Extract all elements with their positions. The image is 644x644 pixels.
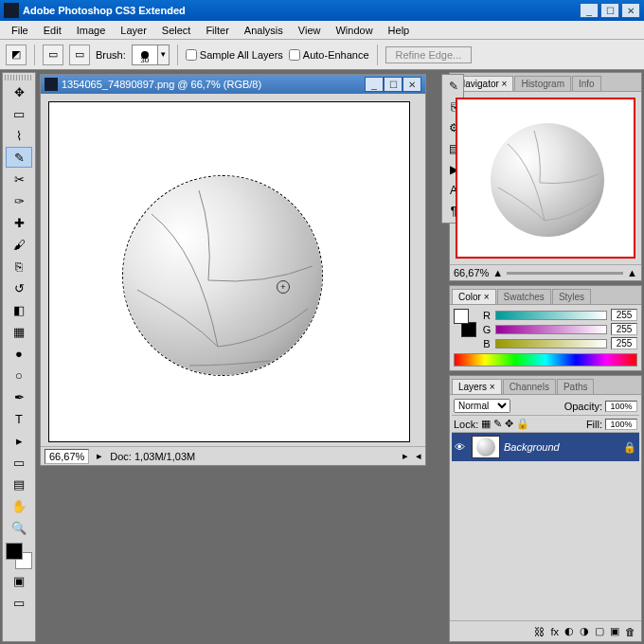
lock-all-icon[interactable]: 🔒 <box>516 418 529 430</box>
tool-dodge[interactable]: ○ <box>6 365 32 385</box>
tab-histogram[interactable]: Histogram <box>514 76 571 91</box>
tab-channels[interactable]: Channels <box>503 379 556 394</box>
auto-enhance-checkbox[interactable]: Auto-Enhance <box>289 49 369 61</box>
channel-label: R <box>482 310 492 321</box>
zoom-field[interactable]: 66,67% <box>45 449 89 464</box>
app-icon <box>4 3 19 18</box>
mask-icon[interactable]: ◐ <box>564 625 574 637</box>
selection-add-icon[interactable]: ▭ <box>69 45 90 65</box>
nav-zoom[interactable]: 66,67% <box>454 267 489 278</box>
tool-blur[interactable]: ● <box>6 343 32 364</box>
tool-move[interactable]: ✥ <box>6 81 32 102</box>
quick-mask-icon[interactable]: ▣ <box>6 570 32 591</box>
layer-name[interactable]: Background <box>504 441 560 453</box>
blend-mode-select[interactable]: Normal <box>454 399 510 413</box>
tab-info[interactable]: Info <box>572 76 601 91</box>
layers-panel: Layers × Channels Paths Normal Opacity: … <box>449 375 642 642</box>
brush-preview[interactable]: 30 <box>132 45 158 65</box>
foreground-color[interactable] <box>6 543 23 560</box>
close-button[interactable]: ✕ <box>621 3 640 18</box>
tool-stamp[interactable]: ⎘ <box>6 256 32 277</box>
tool-crop[interactable]: ✂ <box>6 169 32 189</box>
screen-mode-icon[interactable]: ▭ <box>6 592 32 613</box>
tool-shape[interactable]: ▭ <box>6 452 32 473</box>
tool-path-select[interactable]: ▸ <box>6 430 32 451</box>
layer-row[interactable]: 👁 Background 🔒 <box>452 433 639 461</box>
lock-transparent-icon[interactable]: ▦ <box>481 418 491 430</box>
tool-lasso[interactable]: ⌇ <box>6 125 32 146</box>
tool-eyedropper[interactable]: ✑ <box>6 190 32 211</box>
doc-minimize-button[interactable]: _ <box>365 77 384 92</box>
channel-slider-G[interactable] <box>495 325 607 334</box>
delete-icon[interactable]: 🗑 <box>625 626 635 637</box>
tool-zoom[interactable]: 🔍 <box>6 517 32 538</box>
refine-edge-button[interactable]: Refine Edge... <box>385 46 473 63</box>
menu-help[interactable]: Help <box>381 23 418 38</box>
zoom-out-icon[interactable]: ▲ <box>492 267 503 278</box>
tool-marquee[interactable]: ▭ <box>6 103 32 124</box>
maximize-button[interactable]: ☐ <box>600 3 619 18</box>
menu-analysis[interactable]: Analysis <box>237 23 291 38</box>
tool-history-brush[interactable]: ↺ <box>6 277 32 298</box>
channel-value-B[interactable]: 255 <box>611 337 637 349</box>
channel-slider-B[interactable] <box>495 339 607 349</box>
channel-value-G[interactable]: 255 <box>611 323 637 335</box>
menu-edit[interactable]: Edit <box>36 23 69 38</box>
menu-layer[interactable]: Layer <box>113 23 154 38</box>
brushes-dock-icon[interactable]: ✎ <box>444 77 463 96</box>
window-titlebar: Adobe Photoshop CS3 Extended _ ☐ ✕ <box>0 0 644 21</box>
tool-pen[interactable]: ✒ <box>6 386 32 407</box>
menu-image[interactable]: Image <box>69 23 114 38</box>
menu-window[interactable]: Window <box>328 23 380 38</box>
tool-type[interactable]: T <box>6 408 32 429</box>
fx-icon[interactable]: fx <box>550 626 559 637</box>
adjustment-icon[interactable]: ◑ <box>580 625 589 637</box>
visibility-icon[interactable]: 👁 <box>455 441 468 453</box>
menu-view[interactable]: View <box>291 23 329 38</box>
tab-styles[interactable]: Styles <box>552 289 591 304</box>
brush-picker-arrow[interactable]: ▼ <box>158 45 170 65</box>
tool-notes[interactable]: ▤ <box>6 474 32 494</box>
document-canvas[interactable]: + <box>48 101 410 442</box>
channel-slider-R[interactable] <box>495 311 607 320</box>
menu-file[interactable]: File <box>4 23 36 38</box>
tool-eraser[interactable]: ◧ <box>6 299 32 320</box>
lock-position-icon[interactable]: ✥ <box>505 418 513 430</box>
navigator-preview[interactable] <box>456 98 635 259</box>
minimize-button[interactable]: _ <box>580 3 599 18</box>
fill-field[interactable]: 100% <box>605 419 637 430</box>
quick-select-cursor: + <box>277 280 290 294</box>
color-spectrum[interactable] <box>454 353 637 367</box>
fg-bg-colors[interactable] <box>6 543 32 569</box>
zoom-in-icon[interactable]: ▲ <box>627 267 637 278</box>
tab-layers[interactable]: Layers × <box>452 379 502 394</box>
tab-paths[interactable]: Paths <box>557 379 595 394</box>
tool-healing[interactable]: ✚ <box>6 212 32 233</box>
window-title: Adobe Photoshop CS3 Extended <box>23 5 580 16</box>
lock-image-icon[interactable]: ✎ <box>493 418 502 430</box>
color-fg-bg[interactable] <box>454 309 476 337</box>
tool-brush[interactable]: 🖌 <box>6 234 32 255</box>
tool-hand[interactable]: ✋ <box>6 495 32 516</box>
document-titlebar[interactable]: 1354065_74890897.png @ 66,7% (RGB/8) _ ☐… <box>41 75 425 94</box>
layer-thumbnail[interactable] <box>472 436 500 458</box>
tab-swatches[interactable]: Swatches <box>497 289 551 304</box>
opacity-field[interactable]: 100% <box>605 401 637 412</box>
current-tool-icon[interactable]: ◩ <box>6 45 27 65</box>
group-icon[interactable]: ▢ <box>595 625 604 637</box>
document-window: 1354065_74890897.png @ 66,7% (RGB/8) _ ☐… <box>40 74 426 466</box>
doc-close-button[interactable]: ✕ <box>402 77 421 92</box>
tool-gradient[interactable]: ▦ <box>6 321 32 342</box>
tool-quick-select[interactable]: ✎ <box>6 147 32 168</box>
sample-all-checkbox[interactable]: Sample All Layers <box>186 49 283 61</box>
nav-zoom-slider[interactable] <box>507 272 623 275</box>
color-panel: Color × Swatches Styles R 255G 255B 255 <box>449 285 642 371</box>
new-layer-icon[interactable]: ▣ <box>610 625 619 637</box>
link-icon[interactable]: ⛓ <box>534 626 545 637</box>
tab-color[interactable]: Color × <box>452 289 496 304</box>
menu-select[interactable]: Select <box>154 23 199 38</box>
selection-new-icon[interactable]: ▭ <box>43 45 63 65</box>
menu-filter[interactable]: Filter <box>198 23 236 38</box>
channel-value-R[interactable]: 255 <box>611 309 637 321</box>
doc-maximize-button[interactable]: ☐ <box>384 77 402 92</box>
